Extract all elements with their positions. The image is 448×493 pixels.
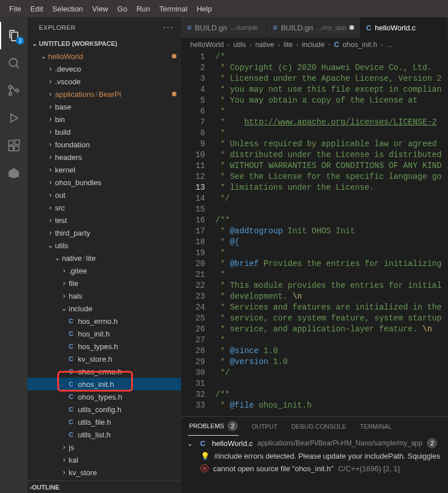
code-line[interactable]: * [215,248,448,259]
tree-item[interactable]: ›out [27,189,181,201]
workspace-header[interactable]: ⌄ UNTITLED (WORKSPACE) [27,37,181,50]
breadcrumb-item[interactable]: lite [284,41,293,49]
tree-item[interactable]: ›file [27,277,181,289]
tree-item[interactable]: Cohos_errno.h [27,365,181,378]
code-line[interactable]: * @{ [215,237,448,248]
code-line[interactable]: * See the License for the specific langu… [215,171,448,182]
code-line[interactable]: /** [215,389,448,400]
panel-tab-output[interactable]: OUTPUT [250,423,278,430]
breadcrumb-item[interactable]: ... [387,41,392,49]
breadcrumb-item[interactable]: utils [233,41,246,49]
tree-item[interactable]: ›applications/BearPi [27,88,181,100]
code-line[interactable]: * @since 1.0 [215,346,448,357]
tree-item[interactable]: ›bin [27,113,181,126]
tree-item[interactable]: ›.vscode [27,75,181,88]
tree-item[interactable]: ›base [27,100,181,113]
editor-tab[interactable]: ChelloWorld.c [360,17,446,38]
tree-item[interactable]: ›kal [27,453,181,466]
code-line[interactable]: * development. \n [215,291,448,302]
code-line[interactable] [215,378,448,389]
code-line[interactable]: * limitations under the License. [215,182,448,193]
tree-item[interactable]: Cutils_list.h [27,428,181,441]
tree-item[interactable]: Cohos_types.h [27,390,181,403]
code-line[interactable]: * http://www.apache.org/licenses/LICENSE… [215,117,448,128]
tree-item[interactable]: Chos_errno.h [27,315,181,327]
tree-item[interactable]: ›headers [27,151,181,163]
problem-item[interactable]: 💡#include errors detected. Please update… [186,449,443,462]
code-editor[interactable]: 1234567891011121314151617181920212223242… [181,52,448,416]
breadcrumb-item[interactable]: native [255,41,274,49]
tree-item[interactable]: Chos_types.h [27,340,181,353]
tree-item[interactable]: ›hals [27,289,181,302]
deveco-icon[interactable] [0,159,27,187]
code-line[interactable]: * Unless required by applicable law or a… [215,139,448,150]
extensions-icon[interactable] [0,132,27,159]
code-line[interactable]: */ [215,367,448,378]
tree-item[interactable]: ›foundation [27,138,181,151]
code-line[interactable]: * @file ohos_init.h [215,400,448,411]
tree-item[interactable]: Cutils_file.h [27,416,181,428]
menu-edit[interactable]: Edit [26,5,48,13]
tree-item[interactable]: Ckv_store.h [27,353,181,365]
editor-tab[interactable]: ≡BUILD.gn.../sample [181,17,267,38]
code-line[interactable]: * service, core system feature, system s… [215,313,448,324]
problem-file-row[interactable]: ⌄ C helloWorld.c applications/BearPi/Bea… [186,437,443,449]
menu-view[interactable]: View [88,5,113,13]
explorer-icon[interactable]: 3 [0,22,27,49]
code-line[interactable]: * [215,106,448,117]
tree-item[interactable]: Cutils_config.h [27,403,181,416]
breadcrumb-item[interactable]: include [302,41,325,49]
problem-item[interactable]: ✕cannot open source file "ohos_init.h" C… [186,462,443,475]
tree-item[interactable]: ›.gitee [27,264,181,277]
tree-item[interactable]: ⌄native/lite [27,252,181,264]
breadcrumb-item[interactable]: ohos_init.h [343,41,377,49]
code-line[interactable]: * This module provides the entries for i… [215,280,448,291]
code-line[interactable] [215,204,448,215]
tree-item[interactable]: ›ohos_bundles [27,176,181,189]
code-line[interactable]: * Services and features are initialized … [215,302,448,313]
search-icon[interactable] [0,49,27,77]
editor-tab[interactable]: ≡BUILD.gn.../my_app [267,17,360,38]
tree-item[interactable]: ›third_party [27,226,181,239]
tree-item[interactable]: Cohos_init.h [27,378,181,390]
tree-item[interactable]: ›src [27,201,181,214]
source-control-icon[interactable] [0,77,27,104]
panel-tab-debug console[interactable]: DEBUG CONSOLE [290,423,347,430]
menu-file[interactable]: File [5,5,26,13]
code-line[interactable]: * [215,269,448,280]
code-line[interactable]: * You may obtain a copy of the License a… [215,95,448,106]
code-line[interactable]: * [215,128,448,139]
menu-run[interactable]: Run [132,5,155,13]
panel-tab-terminal[interactable]: TERMINAL [359,423,393,430]
tree-item[interactable]: ›js [27,441,181,453]
tree-item[interactable]: ›.deveco [27,62,181,75]
more-icon[interactable]: ··· [163,22,174,33]
code-line[interactable]: */ [215,193,448,204]
code-line[interactable]: * [215,335,448,346]
outline-header[interactable]: › OUTLINE [27,480,181,493]
code-line[interactable]: * you may not use this file except in co… [215,84,448,95]
tree-item[interactable]: ›build [27,126,181,138]
code-line[interactable]: * @brief Provides the entries for initia… [215,259,448,269]
code-line[interactable]: /** [215,215,448,226]
code-line[interactable]: * @addtogroup Init OHOS Init [215,226,448,237]
menu-go[interactable]: Go [113,5,132,13]
code-line[interactable]: * Licensed under the Apache License, Ver… [215,73,448,84]
breadcrumbs[interactable]: helloWorld ›utils ›native ›lite ›include… [181,38,448,52]
panel-tab-problems[interactable]: PROBLEMS2 [188,417,239,436]
menu-selection[interactable]: Selection [48,5,87,13]
code-line[interactable]: * service, and application-layer feature… [215,324,448,335]
tree-item[interactable]: ›kernel [27,163,181,176]
tree-item[interactable]: ⌄helloWorld [27,50,181,62]
code-line[interactable]: * distributed under the License is distr… [215,150,448,161]
tree-item[interactable]: ›test [27,214,181,226]
menu-help[interactable]: Help [192,5,217,13]
code-line[interactable]: * Copyright (c) 2020 Huawei Device Co., … [215,62,448,73]
code-line[interactable]: * WITHOUT WARRANTIES OR CONDITIONS OF AN… [215,161,448,171]
run-debug-icon[interactable] [0,104,27,132]
menu-terminal[interactable]: Terminal [155,5,192,13]
tree-item[interactable]: Chos_init.h [27,327,181,340]
breadcrumb-item[interactable]: helloWorld [190,41,224,49]
tree-item[interactable]: ›kv_store [27,466,181,479]
code-line[interactable]: /* [215,52,448,62]
